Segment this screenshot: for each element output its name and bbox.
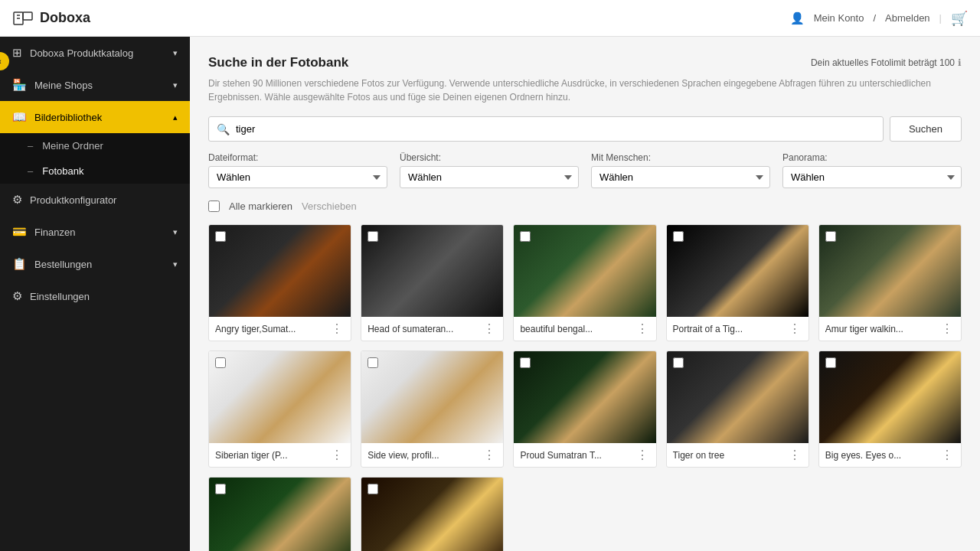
separator-slash: /: [873, 12, 876, 24]
toolbar: Alle markieren Verschieben: [208, 201, 962, 212]
photo-menu-icon[interactable]: ⋮: [329, 448, 345, 462]
photo-menu-icon[interactable]: ⋮: [787, 448, 802, 462]
photo-checkbox[interactable]: [215, 484, 226, 494]
filter-select-mit-menschen[interactable]: Wählen: [591, 166, 770, 188]
sidebar-item-bestellungen[interactable]: 📋 Bestellungen ▾: [0, 248, 190, 280]
photo-card: Siberian tiger (P... ⋮: [208, 350, 351, 468]
photo-card-bottom: Siberian tiger (P... ⋮: [209, 443, 351, 467]
photo-card-top: [667, 225, 808, 317]
finanzen-chevron-icon: ▾: [173, 227, 178, 237]
photo-checkbox[interactable]: [368, 357, 378, 368]
photo-checkbox[interactable]: [368, 484, 378, 494]
sidebar-item-label-bilderbibliothek: Bilderbibliothek: [34, 112, 102, 123]
photo-card: Portrait of a Tig... ⋮: [666, 224, 809, 341]
photo-image[interactable]: [514, 351, 655, 443]
filter-select-dateiformat[interactable]: Wählen: [208, 166, 387, 188]
sidebar-item-label-produktkonfigurator: Produktkonfigurator: [30, 194, 116, 206]
photo-menu-icon[interactable]: ⋮: [635, 321, 650, 336]
photo-image[interactable]: [361, 351, 503, 443]
photo-image[interactable]: [361, 478, 503, 551]
bilderbibliothek-icon: 📖: [12, 110, 27, 124]
photo-image[interactable]: [819, 225, 961, 317]
photo-title: Portrait of a Tig...: [673, 324, 787, 334]
photo-image[interactable]: [361, 225, 503, 317]
logo[interactable]: Doboxa: [12, 8, 90, 29]
photo-checkbox[interactable]: [368, 231, 378, 242]
photo-checkbox[interactable]: [673, 231, 684, 242]
photo-checkbox[interactable]: [215, 231, 226, 242]
photo-card: Tiger on tree ⋮: [666, 350, 809, 468]
sidebar-item-bilderbibliothek[interactable]: 📖 Bilderbibliothek ▴: [0, 101, 190, 133]
filter-label-ubersicht: Übersicht:: [400, 152, 579, 163]
photo-menu-icon[interactable]: ⋮: [329, 321, 345, 336]
photo-card: Proud Sumatran T... ⋮: [513, 350, 656, 468]
photo-menu-icon[interactable]: ⋮: [939, 448, 955, 462]
sidebar-item-einstellungen[interactable]: ⚙ Einstellungen: [0, 280, 190, 312]
page-header: Suche in der Fotobank Dein aktuelles Fot…: [208, 55, 962, 70]
filters: Dateiformat: Wählen Übersicht: Wählen Mi…: [208, 152, 962, 188]
photo-title: Amur tiger walkin...: [825, 324, 939, 334]
sidebar-sub-bilderbibliothek: – Meine Ordner – Fotobank: [0, 133, 190, 184]
filter-select-ubersicht[interactable]: Wählen: [400, 166, 579, 188]
photo-card-bottom: Portrait of a Tig... ⋮: [667, 317, 808, 341]
fotolimit-info: Dein aktuelles Fotolimit beträgt 100 ℹ: [811, 57, 962, 68]
layout: ‹ ⊞ Doboxa Produktkatalog ▾ 🏪 Meine Shop…: [0, 0, 980, 551]
photo-image[interactable]: [209, 351, 351, 443]
photo-image[interactable]: [667, 225, 808, 317]
photo-card-top: [209, 478, 351, 551]
photo-card: ⋮: [208, 477, 351, 551]
main-content: Suche in der Fotobank Dein aktuelles Fot…: [190, 37, 980, 551]
photo-menu-icon[interactable]: ⋮: [787, 321, 802, 336]
sidebar-item-left: 🏪 Meine Shops: [12, 78, 93, 92]
filter-dateiformat: Dateiformat: Wählen: [208, 152, 387, 188]
photo-card-top: [514, 225, 655, 317]
sidebar-item-produktkonfigurator[interactable]: ⚙ Produktkonfigurator: [0, 184, 190, 216]
photo-menu-icon[interactable]: ⋮: [939, 321, 955, 336]
photo-checkbox[interactable]: [215, 357, 226, 368]
photo-checkbox[interactable]: [825, 231, 836, 242]
sidebar-item-finanzen[interactable]: 💳 Finanzen ▾: [0, 216, 190, 248]
filter-select-panorama[interactable]: Wählen: [782, 166, 962, 188]
photo-card: Side view, profil... ⋮: [361, 350, 504, 468]
photo-checkbox[interactable]: [520, 231, 531, 242]
verschieben-button[interactable]: Verschieben: [302, 201, 357, 212]
svg-rect-1: [23, 12, 32, 20]
logo-text: Doboxa: [40, 10, 90, 26]
photo-card-top: [209, 225, 351, 317]
filter-panorama: Panorama: Wählen: [782, 152, 962, 188]
photo-title: Side view, profil...: [368, 450, 482, 461]
search-input[interactable]: [236, 117, 875, 141]
sidebar-item-meine-shops[interactable]: 🏪 Meine Shops ▾: [0, 69, 190, 101]
select-all-checkbox[interactable]: [208, 201, 220, 212]
photo-card-top: [819, 351, 961, 443]
photo-card-bottom: Head of sumateran... ⋮: [361, 317, 503, 341]
photo-checkbox[interactable]: [520, 357, 531, 368]
produktkatalog-icon: ⊞: [12, 46, 22, 60]
photo-image[interactable]: [819, 351, 961, 443]
photo-menu-icon[interactable]: ⋮: [482, 321, 497, 336]
filter-ubersicht: Übersicht: Wählen: [400, 152, 579, 188]
photo-menu-icon[interactable]: ⋮: [635, 448, 650, 462]
photo-image[interactable]: [209, 478, 351, 551]
photo-checkbox[interactable]: [673, 357, 684, 368]
sidebar-item-label-finanzen: Finanzen: [34, 227, 75, 238]
photo-checkbox[interactable]: [825, 357, 836, 368]
sidebar-item-left: 📖 Bilderbibliothek: [12, 110, 102, 124]
photo-grid: Angry tiger,Sumat... ⋮ Head of sumateran…: [208, 224, 962, 551]
search-bar: 🔍 Suchen: [208, 116, 962, 142]
photo-image[interactable]: [514, 225, 655, 317]
cart-icon[interactable]: 🛒: [951, 10, 968, 27]
sidebar-sub-item-fotobank[interactable]: – Fotobank: [0, 158, 190, 184]
photo-image[interactable]: [209, 225, 351, 317]
photo-card: Big eyes. Eyes o... ⋮: [818, 350, 962, 468]
photo-menu-icon[interactable]: ⋮: [482, 448, 497, 462]
photo-title: Big eyes. Eyes o...: [825, 450, 939, 461]
logout-link[interactable]: Abmelden: [885, 12, 930, 24]
search-button[interactable]: Suchen: [890, 116, 962, 142]
fotolimit-text: Dein aktuelles Fotolimit beträgt 100: [811, 57, 955, 68]
sidebar-item-produktkatalog[interactable]: ⊞ Doboxa Produktkatalog ▾: [0, 37, 190, 69]
meine-shops-chevron-icon: ▾: [173, 80, 178, 90]
sidebar-sub-item-meine-ordner[interactable]: – Meine Ordner: [0, 133, 190, 158]
account-link[interactable]: Mein Konto: [814, 12, 864, 24]
photo-image[interactable]: [667, 351, 808, 443]
